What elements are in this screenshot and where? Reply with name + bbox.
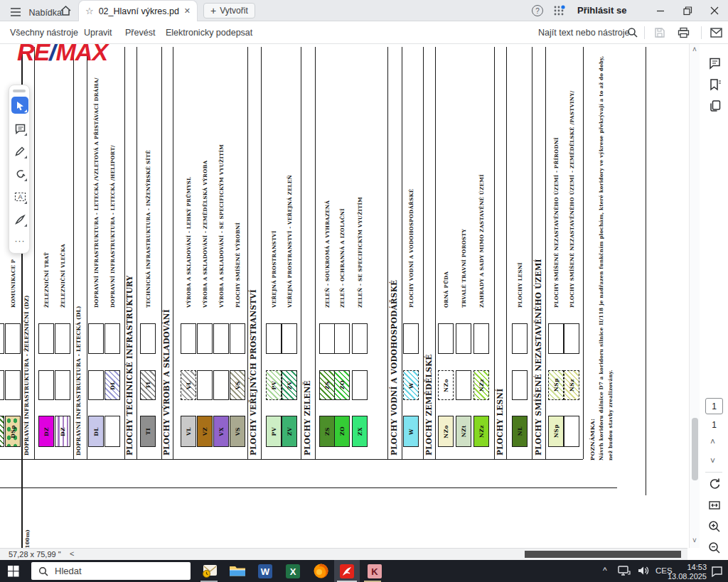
rotate-page-button[interactable] <box>708 478 721 493</box>
legend-swatch <box>512 370 528 400</box>
comment-tool-button[interactable] <box>11 120 28 137</box>
apps-grid-button[interactable] <box>553 5 566 19</box>
vertical-scrollbar[interactable]: ˄ ˅ <box>689 44 700 548</box>
select-tool-button[interactable] <box>11 97 28 114</box>
taskbar-firefox-button[interactable] <box>307 560 334 582</box>
legend-swatch-TI: TI <box>140 370 156 400</box>
bookmarks-panel-button[interactable] <box>709 78 722 94</box>
search-icon <box>627 27 638 38</box>
next-page-button[interactable]: ˅ <box>710 457 715 465</box>
fill-sign-tool-button[interactable] <box>11 211 28 228</box>
horizontal-scroll-thumb[interactable] <box>525 551 681 558</box>
legend-code-label: VS <box>235 427 241 436</box>
help-button[interactable]: ? <box>532 5 543 16</box>
star-icon[interactable]: ☆ <box>85 6 94 16</box>
legend-rule-line <box>0 487 617 488</box>
legend-code-label: NZo <box>443 379 449 392</box>
save-button[interactable] <box>654 27 665 41</box>
sign-in-button[interactable]: Přihlásit se <box>577 5 626 16</box>
tray-clock[interactable]: 14:53 13.08.2025 <box>665 563 707 582</box>
legend-divider-line <box>506 47 507 459</box>
legend-swatch-VZ: VZ <box>197 416 213 447</box>
legend-item-label: VÝROBA A SKLADOVÁNÍ - LEHKÝ PRŮMYSL <box>186 177 191 308</box>
legend-swatch <box>403 323 419 354</box>
legend-code-label: NSp <box>553 378 560 392</box>
search-button[interactable] <box>627 27 638 41</box>
legend-swatch <box>0 370 4 400</box>
legend-divider-line <box>402 47 402 459</box>
restore-button[interactable] <box>675 0 700 21</box>
tray-volume-button[interactable] <box>637 565 650 579</box>
esign-menu[interactable]: Elektronicky podepsat <box>166 28 252 38</box>
zoom-out-button[interactable] <box>708 541 721 557</box>
lasso-tool-button[interactable] <box>11 166 28 183</box>
more-tools-button[interactable]: ··· <box>11 232 28 249</box>
find-text-button[interactable]: Najít text nebo nástroje <box>538 28 630 38</box>
legend-swatch-ZS: ZS <box>319 416 335 447</box>
page-number-input[interactable]: 1 <box>705 398 723 414</box>
legend-swatch-NZz: NZz <box>473 416 489 447</box>
legend-swatch <box>105 416 120 447</box>
scroll-left-button[interactable]: < <box>70 549 74 558</box>
legend-item-label: ŽELEZNIČNÍ TRAŤ <box>44 252 49 308</box>
taskbar-k-app-button[interactable]: K <box>361 560 388 582</box>
zoom-in-button[interactable] <box>708 520 721 536</box>
taskbar-excel-button[interactable]: X <box>279 560 306 582</box>
legend-swatch-ZV: ZV <box>282 416 297 447</box>
k-app-icon: K <box>367 564 382 579</box>
legend-item-label: VEŘEJNÁ PROSTRANSTVÍ <box>272 230 277 308</box>
draw-tool-button[interactable] <box>11 143 28 160</box>
edit-text-tool-button[interactable]: A <box>11 188 28 205</box>
legend-item-label: ZAHRADY A SADY MIMO ZASTAVĚNÉ ÚZEMÍ <box>479 174 484 308</box>
chevron-up-icon: ^ <box>603 566 607 576</box>
legend-swatch <box>55 323 70 354</box>
minimize-icon <box>656 6 665 15</box>
tray-notifications-button[interactable] <box>711 566 723 580</box>
tray-network-button[interactable] <box>618 565 631 579</box>
document-tab[interactable]: ☆ 02_Hlavní výkres.pdf ✕ <box>78 0 198 21</box>
legend-swatch-VX: VX <box>213 416 229 447</box>
apps-grid-icon <box>553 5 566 16</box>
all-tools-menu[interactable]: Všechny nástroje <box>10 28 78 38</box>
print-icon <box>678 27 690 38</box>
pages-icon <box>709 99 722 112</box>
taskbar-outlook-button[interactable] <box>196 560 223 582</box>
legend-code-label: ZO <box>339 426 346 436</box>
taskbar-word-button[interactable]: W <box>252 560 279 582</box>
legend-item-label: VEŘEJNÁ PROSTRANSTVÍ - VEŘEJNÁ ZELEŇ <box>287 175 292 308</box>
legend-swatch <box>352 323 368 354</box>
taskbar-search-box[interactable]: Hledat <box>31 562 191 580</box>
taskbar-acrobat-button[interactable] <box>334 560 360 582</box>
legend-swatch-ZV: ZV <box>282 370 297 400</box>
taskbar-explorer-button[interactable] <box>224 560 251 582</box>
close-tab-icon[interactable]: ✕ <box>184 6 191 16</box>
start-button[interactable] <box>0 560 27 582</box>
vertical-scroll-thumb[interactable] <box>692 418 698 480</box>
drag-handle[interactable] <box>13 90 26 92</box>
close-window-button[interactable] <box>702 0 727 21</box>
legend-code-label: ZX <box>357 427 363 436</box>
scroll-down-button[interactable]: ˅ <box>692 537 697 544</box>
convert-menu[interactable]: Převést <box>125 28 155 38</box>
menu-button[interactable]: Nabídka <box>10 6 62 18</box>
comments-panel-button[interactable] <box>708 57 722 72</box>
pages-panel-button[interactable] <box>709 99 722 115</box>
legend-item-label: ZELEŇ - SOUKROMÁ A VYHRAZENÁ <box>325 200 330 308</box>
create-button[interactable]: + Vytvořit <box>203 3 255 18</box>
legend-swatch-ZS: ZS <box>319 370 335 400</box>
save-icon <box>654 27 665 38</box>
legend-item-label: PLOCHY SMÍŠENÉ NEZASTAVĚNÉHO ÚZEMÍ - ZEM… <box>569 90 574 308</box>
legend-rule-line <box>0 459 583 460</box>
fit-width-button[interactable] <box>708 499 721 514</box>
legend-code-label: DSp <box>10 425 16 438</box>
scroll-up-button[interactable]: ˄ <box>692 46 697 53</box>
print-button[interactable] <box>678 27 690 41</box>
share-mail-button[interactable] <box>710 28 722 41</box>
home-button[interactable] <box>60 5 72 19</box>
edit-menu[interactable]: Upravit <box>84 28 112 38</box>
tray-expand-button[interactable]: ^ <box>603 566 607 576</box>
previous-page-button[interactable]: ˄ <box>710 438 715 446</box>
legend-divider-line <box>73 47 74 459</box>
legend-code-label: ZV <box>287 381 293 389</box>
minimize-button[interactable] <box>648 0 673 21</box>
